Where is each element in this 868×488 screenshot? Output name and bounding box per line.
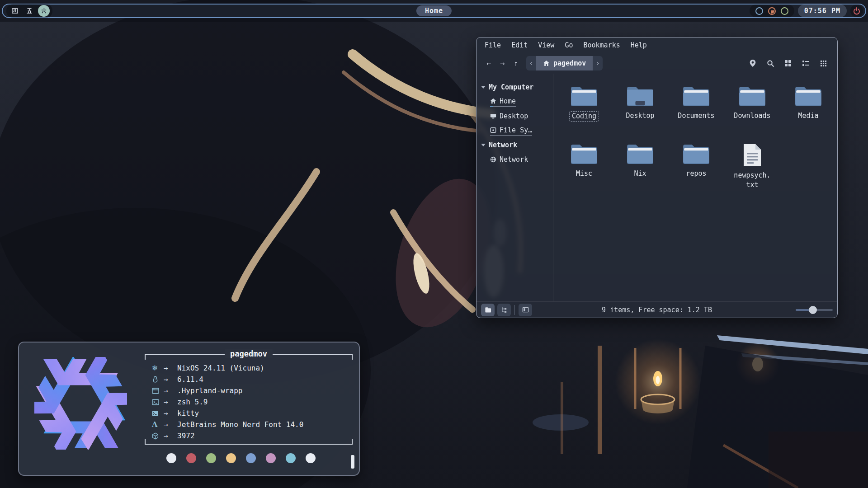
status-rings (750, 5, 794, 17)
green-ring-icon[interactable] (781, 7, 788, 15)
menu-view[interactable]: View (538, 41, 554, 49)
active-window-title[interactable]: Home (416, 5, 452, 16)
blue-ring-icon[interactable] (755, 7, 763, 15)
toolbar: ← → ↑ ‹ pagedmov › (476, 53, 837, 74)
sidebar-item-desktop[interactable]: Desktop (476, 109, 553, 123)
font-value: JetBrains Mono Nerd Font 14.0 (177, 420, 303, 429)
file-item-media[interactable]: Media (780, 85, 836, 122)
expander-triangle-icon (481, 86, 486, 89)
arrow-glyph: → (164, 432, 177, 440)
expander-triangle-icon (481, 144, 486, 146)
menu-file[interactable]: File (485, 41, 501, 49)
file-label: Misc (576, 169, 592, 178)
fetch-shell-line: → zsh 5.9 (152, 396, 348, 408)
sidebar-section-my-computer[interactable]: My Computer (476, 80, 553, 94)
workspace-five[interactable] (24, 5, 35, 17)
menu-help[interactable]: Help (631, 41, 647, 49)
sidebar-section-network[interactable]: Network (476, 138, 553, 152)
icon-view-button[interactable] (783, 58, 793, 68)
back-button[interactable]: ← (482, 56, 495, 70)
arrow-glyph: → (164, 409, 177, 418)
sidebar-item-filesystem[interactable]: File Sy… (476, 123, 553, 138)
workspace-six-active[interactable] (38, 5, 50, 17)
folder-icon (570, 143, 598, 165)
folder-icon (738, 85, 766, 107)
topbar: Home 07:56 PM (2, 4, 866, 18)
current-location-mark (490, 106, 493, 107)
power-icon (853, 7, 861, 15)
file-item-nix[interactable]: Nix (612, 143, 668, 190)
sidebar-item-network[interactable]: Network (476, 152, 553, 167)
path-tab-label: pagedmov (553, 59, 586, 67)
section-label: Network (489, 141, 517, 149)
location-pin-button[interactable] (748, 58, 758, 68)
desktop-folder-icon (626, 85, 654, 107)
fetch-font-line: A → JetBrains Mono Nerd Font 14.0 (152, 419, 348, 430)
up-button[interactable]: ↑ (509, 56, 523, 70)
list-view-button[interactable] (801, 58, 811, 68)
path-tab-home[interactable]: pagedmov (536, 56, 593, 70)
linux-tux-icon (152, 375, 164, 383)
arrow-glyph: → (164, 364, 177, 372)
sidebar-item-home[interactable]: Home (476, 94, 553, 109)
file-label: Nix (634, 169, 646, 178)
file-item-desktop[interactable]: Desktop (612, 85, 668, 122)
file-item-documents[interactable]: Documents (668, 85, 724, 122)
sidebar-item-label: Network (500, 155, 528, 164)
status-text: 9 items, Free space: 1.2 TB (476, 306, 837, 314)
power-button[interactable] (850, 5, 863, 17)
sidebar: My Computer Home Desktop File Sy… Net (476, 74, 553, 301)
zoom-slider[interactable] (796, 304, 833, 316)
clock[interactable]: 07:56 PM (798, 5, 847, 17)
box-corner (145, 439, 146, 445)
file-manager-window: File Edit View Go Bookmarks Help ← → ↑ ‹… (476, 37, 838, 318)
forward-button[interactable]: → (495, 56, 509, 70)
packages-value: 3972 (177, 432, 195, 440)
file-label: Documents (678, 111, 714, 121)
palette-dot (166, 453, 176, 463)
workspace-four[interactable] (9, 5, 21, 17)
compact-view-button[interactable] (818, 58, 828, 68)
file-item-coding[interactable]: Coding (556, 85, 612, 122)
font-icon: A (152, 420, 164, 429)
kernel-value: 6.11.4 (177, 375, 203, 384)
menu-edit[interactable]: Edit (511, 41, 528, 49)
file-label: newpsych.txt (732, 171, 772, 190)
file-view: Coding Desktop Documents Downloads Media (553, 74, 837, 301)
menu-go[interactable]: Go (565, 41, 573, 49)
terminal-color-palette (166, 453, 316, 463)
file-item-misc[interactable]: Misc (556, 143, 612, 190)
palette-dot (246, 453, 256, 463)
box-corner (352, 439, 353, 445)
path-bar: ‹ pagedmov › (526, 56, 603, 70)
text-file-icon (742, 143, 763, 167)
fetch-kernel-line: → 6.11.4 (152, 374, 348, 385)
sidebar-item-label: Home (500, 97, 516, 105)
fetch-terminal-line: → kitty (152, 408, 348, 419)
wm-value: .Hyprland-wrapp (177, 386, 243, 395)
palette-dot (306, 453, 316, 463)
file-item-newpsych-txt[interactable]: newpsych.txt (724, 143, 780, 190)
statusbar: 9 items, Free space: 1.2 TB (476, 301, 837, 318)
path-scroll-right[interactable]: › (593, 59, 603, 67)
orange-ring-icon[interactable] (768, 7, 776, 15)
fetch-output: pagedmov ❄ → NixOS 24.11 (Vicuna) → 6.11… (145, 349, 353, 445)
menu-bookmarks[interactable]: Bookmarks (583, 41, 620, 49)
sidebar-item-label: File Sy… (500, 126, 532, 134)
fetch-box-bottom-border (145, 444, 353, 445)
file-item-downloads[interactable]: Downloads (724, 85, 780, 122)
folder-icon (682, 143, 710, 165)
folder-icon (682, 85, 710, 107)
file-item-repos[interactable]: repos (668, 143, 724, 190)
folder-icon (626, 143, 654, 165)
toolbar-right (748, 58, 832, 68)
palette-dot (186, 453, 196, 463)
path-scroll-left[interactable]: ‹ (526, 59, 536, 67)
folder-icon (794, 85, 822, 107)
slider-knob[interactable] (809, 306, 817, 314)
file-label: Media (798, 111, 818, 121)
search-button[interactable] (765, 58, 775, 68)
shell-icon (152, 399, 164, 405)
palette-dot (206, 453, 216, 463)
terminal-cursor (351, 455, 354, 469)
